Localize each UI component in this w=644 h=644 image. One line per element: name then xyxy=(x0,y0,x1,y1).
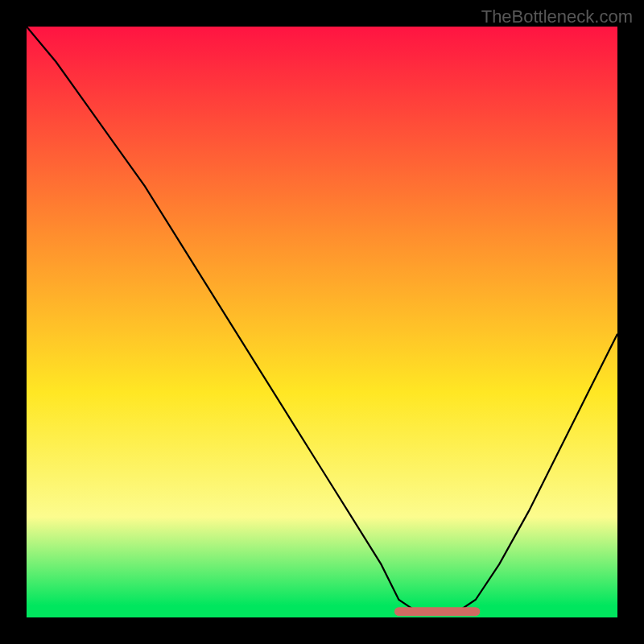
bottleneck-chart xyxy=(27,27,617,617)
gradient-background xyxy=(27,27,617,617)
chart-frame xyxy=(27,27,617,617)
attribution-text: TheBottleneck.com xyxy=(481,6,633,27)
